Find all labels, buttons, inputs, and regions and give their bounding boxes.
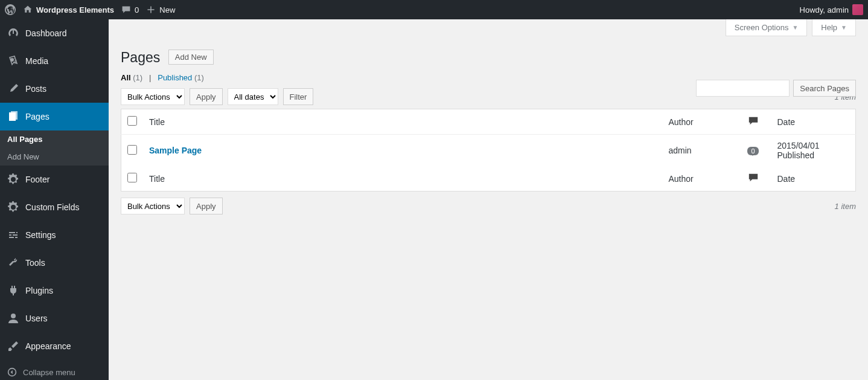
sidebar-label: Dashboard <box>25 28 67 38</box>
help-button[interactable]: Help ▼ <box>812 19 856 36</box>
submenu-all-pages[interactable]: All Pages <box>0 130 109 148</box>
row-date: 2015/04/01 Published <box>771 135 856 167</box>
comments-count: 0 <box>135 5 139 14</box>
sidebar-item-appearance[interactable]: Appearance <box>0 332 109 360</box>
sidebar-item-pages[interactable]: Pages <box>0 103 109 130</box>
posts-icon <box>7 83 19 95</box>
new-label: New <box>159 5 175 14</box>
sidebar-label: Pages <box>25 112 49 121</box>
search-input[interactable] <box>696 80 790 97</box>
col-comments-foot[interactable] <box>735 166 771 192</box>
row-author: admin <box>663 135 735 167</box>
col-title-foot[interactable]: Title <box>143 166 663 192</box>
collapse-label: Collapse menu <box>23 368 75 377</box>
dashboard-icon <box>7 27 19 39</box>
sidebar-submenu-pages: All Pages Add New <box>0 130 109 166</box>
filter-all[interactable]: All <box>121 73 133 82</box>
col-author[interactable]: Author <box>663 109 735 135</box>
col-title[interactable]: Title <box>143 109 663 135</box>
account-link[interactable]: Howdy, admin <box>800 4 863 15</box>
select-all-checkbox-foot[interactable] <box>127 173 137 182</box>
brush-icon <box>7 340 19 352</box>
date-filter-select[interactable]: All dates <box>228 88 278 105</box>
col-date[interactable]: Date <box>771 109 856 135</box>
wrench-icon <box>7 257 19 269</box>
plug-icon <box>7 285 19 297</box>
sidebar-label: Tools <box>25 258 45 268</box>
col-author-foot[interactable]: Author <box>663 166 735 192</box>
sidebar-item-tools[interactable]: Tools <box>0 249 109 277</box>
admin-sidebar: Dashboard Media Posts Pages All Pages Ad… <box>0 19 109 380</box>
filter-published[interactable]: Published <box>158 73 194 82</box>
bulk-actions-select-bottom[interactable]: Bulk Actions <box>121 198 185 214</box>
sidebar-label: Appearance <box>25 341 71 351</box>
sidebar-item-posts[interactable]: Posts <box>0 75 109 103</box>
pages-table: Title Author Date Sample Page admin 0 20… <box>121 109 856 192</box>
svg-point-3 <box>11 314 16 318</box>
screen-options-button[interactable]: Screen Options ▼ <box>726 19 808 36</box>
sidebar-label: Footer <box>25 175 49 184</box>
admin-toolbar: Wordpress Elements 0 New Howdy, admin <box>0 0 868 19</box>
pages-icon <box>7 111 19 123</box>
avatar <box>852 4 863 15</box>
sidebar-label: Posts <box>25 84 46 94</box>
submenu-add-new[interactable]: Add New <box>0 148 109 166</box>
apply-bulk-button-bottom[interactable]: Apply <box>190 198 223 214</box>
gear-icon <box>7 173 19 185</box>
sidebar-label: Settings <box>25 230 56 240</box>
row-title-link[interactable]: Sample Page <box>149 146 202 155</box>
new-content[interactable]: New <box>146 5 175 14</box>
table-row: Sample Page admin 0 2015/04/01 Published <box>121 135 856 167</box>
chevron-down-icon: ▼ <box>792 24 798 31</box>
sidebar-label: Custom Fields <box>25 202 79 212</box>
sidebar-item-dashboard[interactable]: Dashboard <box>0 19 109 47</box>
filter-button[interactable]: Filter <box>283 88 314 105</box>
col-comments[interactable] <box>735 109 771 135</box>
search-button[interactable]: Search Pages <box>793 80 856 97</box>
howdy-label: Howdy, admin <box>800 5 849 14</box>
pagination-info-bottom: 1 item <box>835 202 856 211</box>
main-content: Screen Options ▼ Help ▼ Pages Add New Se… <box>109 19 868 380</box>
select-all-checkbox[interactable] <box>127 116 137 126</box>
chevron-down-icon: ▼ <box>841 24 847 31</box>
bulk-actions-select[interactable]: Bulk Actions <box>121 88 185 105</box>
sliders-icon <box>7 229 19 241</box>
row-checkbox[interactable] <box>127 145 137 155</box>
user-icon <box>7 312 19 324</box>
add-new-button[interactable]: Add New <box>168 50 214 65</box>
sidebar-label: Users <box>25 314 48 323</box>
collapse-menu[interactable]: Collapse menu <box>0 360 109 380</box>
site-home[interactable]: Wordpress Elements <box>23 5 114 14</box>
comment-count-bubble[interactable]: 0 <box>747 147 758 155</box>
sidebar-item-footer[interactable]: Footer <box>0 166 109 193</box>
site-name-label: Wordpress Elements <box>36 5 114 14</box>
sidebar-item-custom-fields[interactable]: Custom Fields <box>0 193 109 221</box>
col-date-foot[interactable]: Date <box>771 166 856 192</box>
sidebar-label: Plugins <box>25 286 53 295</box>
comments-link[interactable]: 0 <box>121 5 139 14</box>
sidebar-item-users[interactable]: Users <box>0 304 109 332</box>
gear-icon <box>7 201 19 213</box>
collapse-icon <box>7 367 17 377</box>
sidebar-label: Media <box>25 56 48 66</box>
sidebar-item-settings[interactable]: Settings <box>0 221 109 249</box>
svg-rect-2 <box>11 111 18 120</box>
sidebar-item-media[interactable]: Media <box>0 47 109 75</box>
apply-bulk-button[interactable]: Apply <box>190 88 223 105</box>
page-title: Pages <box>121 50 160 66</box>
wp-logo[interactable] <box>5 4 16 15</box>
sidebar-item-plugins[interactable]: Plugins <box>0 277 109 304</box>
media-icon <box>7 55 19 67</box>
